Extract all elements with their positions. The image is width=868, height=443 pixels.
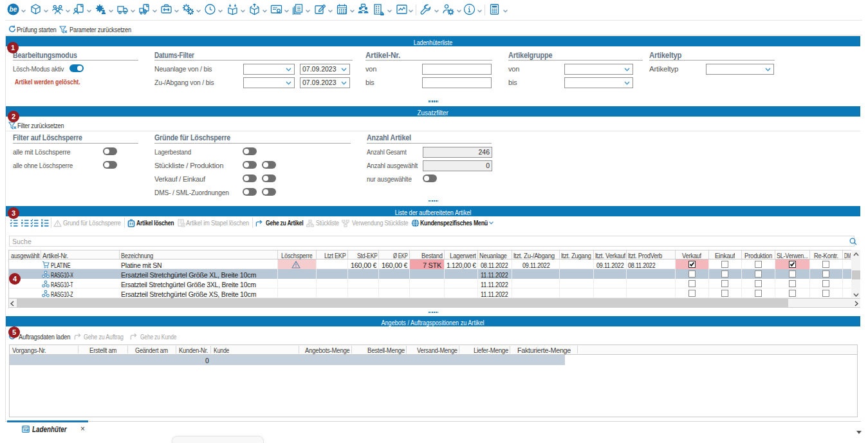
svg-text:be: be	[10, 6, 17, 13]
